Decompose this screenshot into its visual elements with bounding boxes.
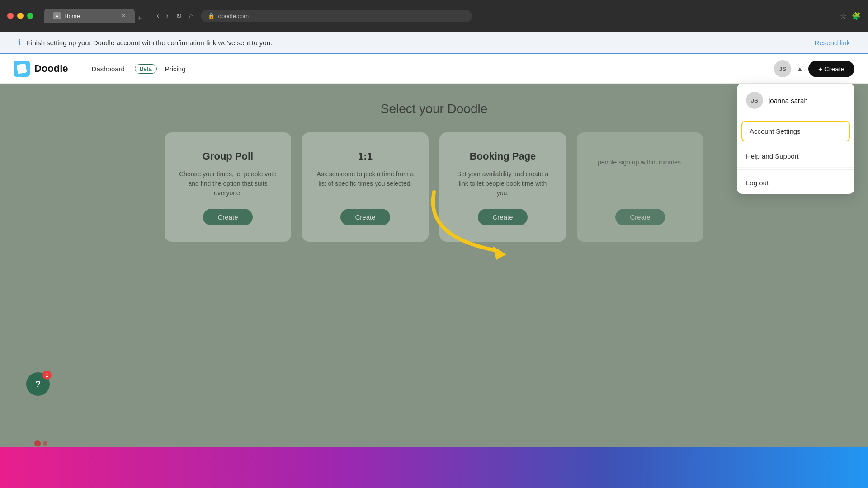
notification-bar: ℹ Finish setting up your Doodle account … <box>0 32 868 54</box>
user-dropdown-menu: JS joanna sarah Account Settings Help an… <box>737 84 854 194</box>
resend-link[interactable]: Resend link <box>815 39 850 47</box>
tab-title: Home <box>64 13 80 19</box>
dropdown-user-section: JS joanna sarah <box>737 84 854 117</box>
user-avatar[interactable]: JS <box>774 60 791 77</box>
dashboard-link[interactable]: Dashboard <box>86 62 130 75</box>
tab-close-button[interactable]: ✕ <box>121 13 126 19</box>
notification-message: Finish setting up your Doodle account wi… <box>27 39 272 47</box>
main-navbar: Doodle Dashboard Beta Pricing JS ▲ + Cre… <box>0 54 868 84</box>
back-button[interactable]: ‹ <box>155 10 161 22</box>
extensions-icon[interactable]: 🧩 <box>852 12 861 20</box>
logo-area: Doodle <box>14 61 68 77</box>
active-tab[interactable]: ● Home ✕ <box>44 9 135 23</box>
account-settings-item[interactable]: Account Settings <box>741 121 850 141</box>
browser-actions: ☆ 🧩 <box>840 12 861 20</box>
help-badge: 1 <box>42 371 52 380</box>
tab-favicon: ● <box>53 12 61 19</box>
doodle-logo-icon <box>14 61 30 77</box>
close-window-button[interactable] <box>7 13 14 19</box>
info-icon: ℹ <box>18 38 21 47</box>
create-button[interactable]: + Create <box>808 61 854 77</box>
dropdown-username: joanna sarah <box>769 97 808 104</box>
url-text: doodle.com <box>218 13 249 19</box>
user-menu-chevron[interactable]: ▲ <box>797 65 803 72</box>
address-bar[interactable]: 🔒 doodle.com <box>201 10 472 22</box>
lock-icon: 🔒 <box>208 13 215 19</box>
home-button[interactable]: ⌂ <box>187 10 195 22</box>
pricing-link[interactable]: Pricing <box>160 62 191 75</box>
help-dots <box>34 440 47 446</box>
bookmark-icon[interactable]: ☆ <box>840 12 846 20</box>
traffic-lights <box>7 13 33 19</box>
new-tab-button[interactable]: + <box>137 14 142 23</box>
maximize-window-button[interactable] <box>27 13 33 19</box>
refresh-button[interactable]: ↻ <box>174 10 184 22</box>
dropdown-user-avatar: JS <box>746 92 763 109</box>
help-support-item[interactable]: Help and Support <box>737 145 854 168</box>
nav-links: Dashboard Beta Pricing <box>86 62 191 75</box>
dropdown-divider <box>737 169 854 170</box>
help-icon: ? <box>35 379 41 389</box>
browser-tabs: ● Home ✕ + <box>44 9 142 23</box>
forward-button[interactable]: › <box>165 10 170 22</box>
browser-nav: ‹ › ↻ ⌂ <box>155 10 195 22</box>
help-dot-1 <box>34 440 41 446</box>
logout-item[interactable]: Log out <box>737 172 854 194</box>
footer-gradient-bar <box>0 447 868 488</box>
help-button[interactable]: ? 1 <box>26 372 50 396</box>
help-dot-2 <box>43 441 47 446</box>
minimize-window-button[interactable] <box>17 13 24 19</box>
browser-chrome: ● Home ✕ + ‹ › ↻ ⌂ 🔒 doodle.com ☆ 🧩 <box>0 0 868 32</box>
logo-text: Doodle <box>34 63 68 75</box>
nav-right: JS ▲ + Create <box>774 60 854 77</box>
beta-badge: Beta <box>135 64 157 74</box>
